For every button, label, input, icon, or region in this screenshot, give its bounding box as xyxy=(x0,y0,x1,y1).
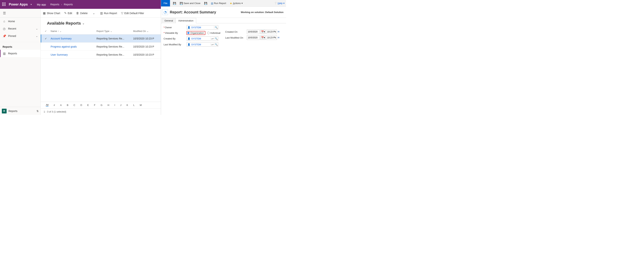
app-name[interactable]: My app xyxy=(37,3,46,6)
solution-text: Working on solution: Default Solution xyxy=(241,11,284,14)
row-type: Reporting Services Re... xyxy=(96,53,133,56)
nav-footer[interactable]: R Reports ⇅ xyxy=(0,107,40,115)
cmd-more-dropdown[interactable]: ⌄ xyxy=(92,11,96,15)
main-content: ▦ Show Chart ✎ Edit 🗑 Delete ⌄ ▥ Run Rep… xyxy=(41,9,161,115)
alpha-filter-item[interactable]: L xyxy=(133,104,134,106)
hamburger-icon[interactable]: ☰ xyxy=(0,9,40,18)
alpha-filter-item[interactable]: E xyxy=(87,104,89,106)
cmd-delete[interactable]: 🗑 Delete xyxy=(76,12,88,15)
clock-icon: ◷ xyxy=(2,27,6,31)
row-name[interactable]: User Summary xyxy=(50,53,68,56)
alpha-filter-item[interactable]: C xyxy=(74,104,75,106)
left-nav: ☰ ⌂ Home ◷ Recent ⌄ 📌 Pinned ⌄ Reports ▥… xyxy=(0,9,41,115)
alpha-filter-item[interactable]: G xyxy=(100,104,102,106)
view-title-text: Available Reports xyxy=(47,21,81,26)
updown-icon[interactable]: ⇅ xyxy=(36,110,39,113)
row-name[interactable]: Account Summary xyxy=(50,37,72,40)
help-label: Help xyxy=(278,2,282,5)
file-tab[interactable]: File xyxy=(161,0,170,7)
table-row[interactable]: User SummaryReporting Services Re...10/3… xyxy=(41,51,161,59)
stepper-icon[interactable]: ▴▾ xyxy=(211,38,214,40)
alpha-filter-item[interactable]: I xyxy=(114,104,115,106)
row-checkbox[interactable]: ✓ xyxy=(45,37,47,40)
cmd-edit-filter[interactable]: ▽ Edit Default Filter xyxy=(121,11,144,15)
breadcrumb-root[interactable]: Reports xyxy=(50,3,60,6)
modified-by-label: Last Modified By xyxy=(164,43,181,46)
lookup-icon[interactable]: 🔍 xyxy=(214,43,218,46)
waffle-icon[interactable] xyxy=(2,3,6,6)
form-tabs: General Administration xyxy=(161,18,286,23)
alpha-filter-item[interactable]: # xyxy=(54,104,55,106)
actions-menu[interactable]: ★ Actions ▾ xyxy=(229,2,244,5)
area-label: Reports xyxy=(8,110,35,113)
modified-by-lookup[interactable]: 👤 SYSTEM ▴▾ 🔍 xyxy=(187,42,218,47)
selectall-checkbox[interactable]: ✓ xyxy=(45,30,47,33)
user-icon: 👤 xyxy=(187,26,191,29)
alpha-filter-item[interactable]: A xyxy=(60,104,62,106)
tab-general[interactable]: General xyxy=(162,18,176,23)
alpha-filter-item[interactable]: H xyxy=(108,104,109,106)
alpha-filter-item[interactable]: All xyxy=(46,104,48,107)
col-name[interactable]: Name ↑ ⌄ xyxy=(50,30,96,33)
calendar-button[interactable]: 📅▾ xyxy=(260,36,266,40)
table-row[interactable]: Progress against goalsReporting Services… xyxy=(41,43,161,51)
cmd-run-report[interactable]: ▥ Run Report xyxy=(100,11,117,15)
help-button[interactable]: ❔ Help ▾ xyxy=(274,2,284,5)
alpha-filter-item[interactable]: B xyxy=(67,104,68,106)
breadcrumb-current[interactable]: Reports xyxy=(64,3,73,6)
chevron-down-icon[interactable]: ⌄ xyxy=(36,35,38,38)
mail-icon: ✉ xyxy=(278,36,280,39)
col-type[interactable]: Report Type ⌄ xyxy=(96,30,133,33)
stepper-icon[interactable]: ▴▾ xyxy=(211,43,214,46)
nav-reports[interactable]: ▥ Reports xyxy=(0,50,40,57)
created-by-lookup[interactable]: 👤 SYSTEM ▴▾ 🔍 xyxy=(187,36,218,41)
power-apps-app: Power Apps ▾ My app Reports › Reports ☰ … xyxy=(0,0,161,115)
modified-date-input[interactable] xyxy=(247,36,260,40)
alpha-filter-item[interactable]: K xyxy=(126,104,128,106)
cmd-delete-label: Delete xyxy=(80,12,88,15)
chevron-down-icon: ⌄ xyxy=(60,30,62,33)
save-button[interactable]: 💾 xyxy=(172,2,177,5)
alpha-filter-item[interactable]: D xyxy=(80,104,82,106)
grid-body: ✓Account SummaryReporting Services Re...… xyxy=(41,35,161,102)
nav-home[interactable]: ⌂ Home xyxy=(0,18,40,25)
breadcrumb: Reports › Reports xyxy=(50,3,73,6)
lookup-icon[interactable]: 🔍 xyxy=(214,37,218,40)
owner-lookup[interactable]: 👤 SYSTEM 🔍 xyxy=(187,25,218,30)
run-report-button[interactable]: ▥ Run Report xyxy=(210,2,227,5)
modified-time-input[interactable] xyxy=(266,36,277,40)
alpha-filter-item[interactable]: J xyxy=(120,104,122,106)
save-as-button[interactable]: 💾 xyxy=(203,2,208,5)
chevron-down-icon[interactable]: ⌄ xyxy=(36,27,38,30)
radio-organization[interactable]: Organization xyxy=(187,32,204,34)
radio-individual-input[interactable] xyxy=(207,32,210,34)
save-and-close-button[interactable]: 💾 Save and Close xyxy=(179,2,201,5)
cmd-edit-label: Edit xyxy=(68,12,72,15)
cmd-show-chart[interactable]: ▦ Show Chart xyxy=(43,11,60,15)
report-header: ◔ Report: Account Summary Working on sol… xyxy=(161,7,286,18)
col-modified[interactable]: Modified On ⌄ xyxy=(133,30,161,33)
table-row[interactable]: ✓Account SummaryReporting Services Re...… xyxy=(41,35,161,43)
lookup-icon[interactable]: 🔍 xyxy=(214,26,218,29)
col-modified-label: Modified On xyxy=(133,30,146,33)
cmd-edit[interactable]: ✎ Edit xyxy=(64,11,72,15)
row-modified: 10/3/2020 10:23 P xyxy=(133,53,161,56)
row-name[interactable]: Progress against goals xyxy=(50,45,77,48)
chevron-down-icon: ⌄ xyxy=(82,22,84,25)
created-on-label: Created On xyxy=(225,31,238,33)
nav-reports-label: Reports xyxy=(8,52,38,55)
view-title[interactable]: Available Reports ⌄ xyxy=(41,18,161,28)
calendar-button[interactable]: 📅▾ xyxy=(260,30,266,34)
nav-recent[interactable]: ◷ Recent ⌄ xyxy=(0,25,40,32)
created-by-label: Created By xyxy=(164,37,176,40)
alpha-filter-item[interactable]: M xyxy=(140,104,142,106)
chevron-down-icon[interactable]: ▾ xyxy=(30,3,32,6)
tab-administration[interactable]: Administration xyxy=(176,18,196,23)
run-icon: ▥ xyxy=(100,11,103,15)
alpha-filter-item[interactable]: F xyxy=(94,104,95,106)
created-date-input[interactable] xyxy=(247,30,260,34)
nav-pinned[interactable]: 📌 Pinned ⌄ xyxy=(0,32,40,40)
radio-organization-input[interactable] xyxy=(187,32,190,34)
created-time-input[interactable] xyxy=(266,30,277,34)
radio-individual[interactable]: Individual xyxy=(207,32,220,34)
